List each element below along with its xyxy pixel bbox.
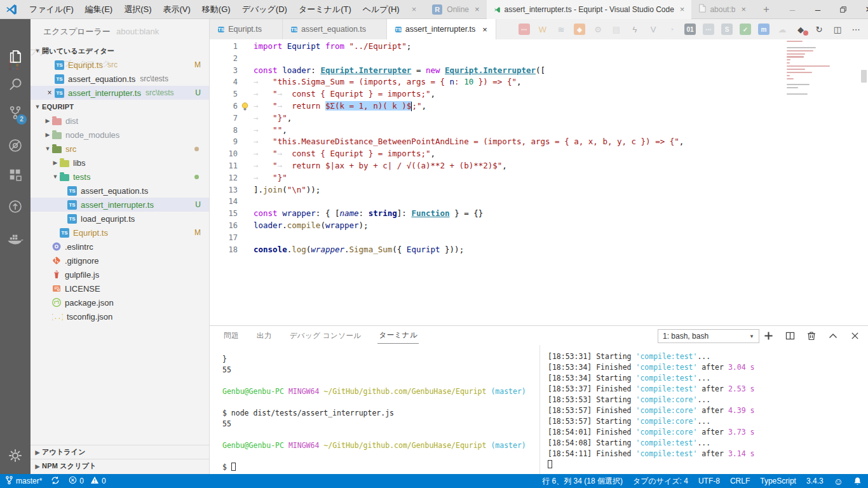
menu-item[interactable]: ヘルプ(H)	[357, 0, 405, 19]
terminal-line: $ node dist/tests/assert_interrupter.js	[222, 408, 526, 419]
window-tab[interactable]: assert_interrupter.ts - Equript - Visual…	[487, 0, 692, 19]
menu-item[interactable]: 選択(S)	[118, 0, 157, 19]
kill-terminal-icon[interactable]	[804, 328, 818, 343]
tree-item[interactable]: ▼tests	[31, 170, 209, 184]
menu-item[interactable]: 表示(V)	[158, 0, 196, 19]
close-panel-icon[interactable]	[848, 328, 862, 343]
panel-tab[interactable]: デバッグ コンソール	[288, 327, 363, 344]
bottom-panel: 問題出力デバッグ コンソールターミナル 1: bash, bash ▼ }55 …	[210, 325, 868, 474]
more-actions-icon[interactable]: ⋯	[850, 24, 862, 35]
split-editor-icon[interactable]: ◫	[832, 24, 843, 35]
tree-item[interactable]: {..}tsconfig.json	[31, 309, 209, 323]
menu-item[interactable]: ファイル(F)	[24, 0, 79, 19]
menu-item[interactable]: ターミナル(T)	[293, 0, 357, 19]
terminal[interactable]: }55 Genbu@Genbu-PC MINGW64 ~/GitHub/gith…	[210, 345, 868, 474]
editor-scrollbar[interactable]	[861, 70, 867, 83]
terminal-line: 55	[222, 419, 526, 430]
terminal-cursor	[548, 460, 552, 468]
tree-item[interactable]: TSassert_equation.ts	[31, 184, 209, 198]
open-editor-item[interactable]: TSEquript.tssrcM	[31, 58, 209, 72]
editor-tab[interactable]: TSassert_equation.ts×	[283, 19, 387, 39]
sidebar-section-outline[interactable]: ▶アウトライン	[31, 445, 210, 459]
new-window-tab-button[interactable]: +	[753, 3, 780, 16]
activity-item-source-control[interactable]: 2	[0, 99, 31, 126]
menu-item[interactable]: 編集(E)	[79, 0, 118, 19]
tree-item[interactable]: ▼src	[31, 142, 209, 156]
new-terminal-icon[interactable]	[761, 328, 775, 343]
tree-item[interactable]: TSload_equript.ts	[31, 212, 209, 226]
sync-changes-icon[interactable]: ↻	[813, 24, 825, 35]
activity-item-explorer[interactable]	[0, 43, 31, 70]
close-window-button[interactable]: ×	[856, 0, 868, 19]
glyph-margin	[238, 160, 254, 172]
panel-tab[interactable]: ターミナル	[377, 327, 419, 344]
close-icon[interactable]: ×	[741, 4, 746, 14]
split-terminal-icon[interactable]	[783, 328, 797, 343]
activity-item-debug[interactable]	[0, 132, 31, 159]
ghost-tab-close-icon[interactable]: ×	[405, 4, 423, 14]
tree-item[interactable]: TSEquript.tsM	[31, 226, 209, 240]
notifications-bell-icon[interactable]	[853, 477, 862, 486]
folder-icon	[52, 131, 62, 139]
code-line: 18console.log(wrapper.Sigma_Sum({ Equrip…	[210, 244, 868, 256]
project-header[interactable]: ▼ EQURIPT	[31, 100, 209, 114]
problems-status[interactable]: 0 0	[69, 476, 105, 486]
open-editor-item[interactable]: TSassert_equation.tssrc\tests	[31, 72, 209, 86]
language-status[interactable]: TypeScript	[760, 477, 796, 485]
sidebar-bottom-sections: ▶アウトライン▶NPM スクリプト	[31, 445, 210, 473]
terminal-pane-left[interactable]: }55 Genbu@Genbu-PC MINGW64 ~/GitHub/gith…	[222, 354, 526, 473]
encoding-status[interactable]: UTF-8	[698, 477, 720, 485]
tree-item[interactable]: .eslintrc	[31, 240, 209, 254]
maximize-panel-icon[interactable]	[826, 328, 840, 343]
settings-gear-icon[interactable]	[0, 447, 31, 464]
panel-tab[interactable]: 出力	[255, 327, 273, 344]
close-icon[interactable]: ×	[680, 4, 685, 14]
minimap[interactable]	[787, 41, 860, 97]
eol-status[interactable]: CRLF	[730, 477, 750, 485]
tree-item[interactable]: TSassert_interrupter.tsU	[31, 198, 209, 212]
menu-item[interactable]: デバッグ(D)	[236, 0, 293, 19]
activity-item-extensions[interactable]	[0, 161, 31, 188]
terminal-select[interactable]: 1: bash, bash ▼	[658, 329, 759, 343]
close-icon[interactable]: ×	[475, 4, 480, 14]
terminal-split-divider[interactable]	[539, 345, 540, 474]
tree-item[interactable]: package.json	[31, 295, 209, 309]
cursor-position-status[interactable]: 行 6、列 34 (18 個選択)	[542, 476, 623, 487]
tree-item[interactable]: ▶libs	[31, 156, 209, 170]
file-name: .eslintrc	[65, 242, 93, 252]
close-icon[interactable]: ×	[482, 25, 487, 34]
git-branch-status[interactable]: master*	[5, 475, 42, 487]
sync-button[interactable]	[51, 476, 60, 487]
code-editor[interactable]: 1import Equript from "../Equript";23cons…	[210, 39, 868, 325]
sidebar-section-npm-scripts[interactable]: ▶NPM スクリプト	[31, 459, 210, 473]
feedback-smiley-icon[interactable]: ☺	[834, 477, 843, 486]
lightbulb-icon[interactable]	[238, 100, 254, 112]
editor-tab[interactable]: TSEquript.ts×	[210, 19, 283, 39]
terminal-pane-right[interactable]: [18:53:31] Starting 'compile:test'...[18…	[548, 351, 754, 470]
tree-item[interactable]: ▶node_modules	[31, 128, 209, 142]
tree-item[interactable]: LICENSE	[31, 281, 209, 295]
tree-item[interactable]: ▶dist	[31, 114, 209, 128]
close-icon[interactable]: ×	[44, 88, 55, 97]
ts-version-status[interactable]: 3.4.3	[806, 477, 824, 485]
window-tab[interactable]: ROnline×	[425, 0, 486, 19]
minimap-line	[787, 75, 790, 76]
minimize-button[interactable]: –	[805, 0, 831, 19]
open-editors-header[interactable]: ▼ 開いているエディター	[31, 44, 209, 58]
pin-icon[interactable]: ◆	[795, 24, 806, 35]
git-status-badge: U	[195, 200, 201, 209]
tree-item[interactable]: .gitignore	[31, 254, 209, 268]
activity-item-search[interactable]	[0, 71, 31, 98]
restore-button[interactable]	[831, 0, 856, 19]
panel-tab[interactable]: 問題	[222, 327, 240, 344]
tree-item[interactable]: gulpfile.js	[31, 268, 209, 281]
window-tab[interactable]: about:b×	[691, 0, 753, 19]
menu-item[interactable]: 移動(G)	[196, 0, 236, 19]
tab-size-status[interactable]: タブのサイズ: 4	[633, 476, 688, 487]
editor-tab[interactable]: TSassert_interrupter.ts×	[387, 19, 496, 39]
activity-item-gitlens[interactable]	[0, 193, 31, 220]
open-editor-item[interactable]: ×TSassert_interrupter.tssrc\testsU	[31, 86, 209, 100]
minimap-line	[787, 90, 860, 92]
svg-text:{..}: {..}	[52, 313, 63, 320]
activity-item-docker[interactable]	[0, 226, 31, 253]
